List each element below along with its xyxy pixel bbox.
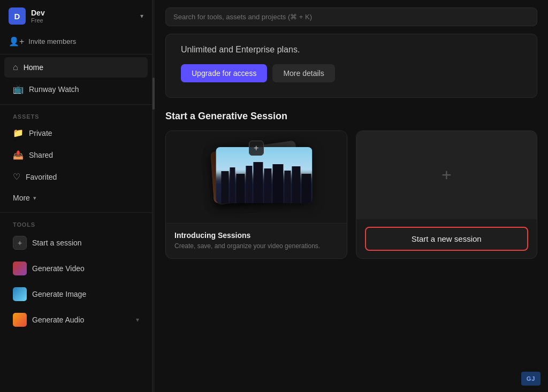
heart-icon: ♡ (13, 172, 20, 182)
upgrade-buttons-group: Upgrade for access More details (181, 64, 522, 82)
introducing-sessions-card[interactable]: + Introducing Sessions Create, save, and… (165, 130, 347, 259)
workspace-details: Dev Free (31, 9, 45, 24)
sessions-card-footer: Introducing Sessions Create, save, and o… (166, 223, 347, 258)
svg-rect-1 (230, 167, 235, 203)
sessions-preview: + (166, 131, 347, 223)
intro-sessions-title: Introducing Sessions (174, 231, 338, 240)
workspace-avatar: D (9, 7, 26, 25)
tv-icon: 📺 (13, 84, 24, 94)
svg-rect-5 (264, 168, 271, 203)
svg-rect-3 (246, 166, 252, 203)
new-session-preview: + (356, 131, 537, 219)
divider-2 (0, 104, 152, 105)
workspace-plan: Free (31, 17, 45, 24)
folder-icon: 📁 (13, 128, 24, 138)
generate-image-label: Generate Image (32, 290, 86, 298)
upgrade-banner: Unlimited and Enterprise plans. Upgrade … (165, 34, 537, 98)
svg-rect-2 (236, 174, 245, 203)
sidebar: D Dev Free ▾ 👤+ Invite members ⌂ Home 📺 … (0, 0, 153, 392)
sidebar-item-more[interactable]: More ▾ (4, 188, 148, 207)
divider-3 (0, 212, 152, 213)
share-icon: 📤 (13, 150, 24, 160)
sidebar-item-runway-watch[interactable]: 📺 Runway Watch (4, 79, 148, 99)
new-session-card[interactable]: + Start a new session (356, 130, 538, 259)
start-session-label: Start a session (32, 239, 82, 247)
plus-overlay-icon: + (249, 141, 264, 156)
divider-1 (0, 54, 152, 55)
invite-members-label: Invite members (28, 37, 76, 45)
collage-card-front (216, 147, 312, 203)
favorited-label: Favorited (26, 173, 57, 181)
svg-rect-6 (272, 164, 283, 203)
intro-sessions-desc: Create, save, and organize your video ge… (174, 242, 338, 251)
search-input[interactable] (165, 7, 537, 26)
new-session-cta: Start a new session (356, 219, 537, 258)
plus-icon: + (13, 236, 27, 250)
new-session-plus-icon: + (442, 165, 452, 185)
svg-rect-0 (221, 171, 229, 203)
more-chevron-icon: ▾ (33, 195, 36, 202)
private-label: Private (29, 129, 52, 137)
city-skyline-bg (216, 147, 312, 203)
audio-chevron-icon: ▾ (136, 316, 139, 324)
collage: + (166, 131, 347, 223)
search-bar-container (155, 0, 548, 34)
sidebar-item-shared[interactable]: 📤 Shared (4, 144, 148, 165)
generate-image-thumb (13, 287, 27, 301)
sidebar-item-start-session[interactable]: + Start a session (4, 230, 148, 255)
more-details-button[interactable]: More details (272, 64, 334, 82)
workspace-name: Dev (31, 9, 45, 17)
svg-rect-9 (301, 174, 311, 203)
sidebar-item-generate-audio[interactable]: Generate Audio ▾ (4, 308, 148, 332)
sessions-grid: + Introducing Sessions Create, save, and… (155, 130, 548, 270)
generate-audio-thumb (13, 313, 27, 327)
watermark: GJ (521, 372, 541, 386)
svg-rect-7 (284, 171, 291, 203)
buildings-svg (216, 147, 312, 203)
add-user-icon: 👤+ (9, 36, 24, 47)
tools-section-label: TOOLS (0, 215, 152, 230)
sidebar-scrollbar-track[interactable] (153, 0, 155, 392)
upgrade-banner-text: Unlimited and Enterprise plans. (181, 45, 522, 55)
chevron-down-icon: ▾ (140, 12, 143, 20)
svg-rect-8 (292, 166, 300, 203)
svg-rect-4 (253, 162, 263, 203)
shared-label: Shared (29, 151, 53, 159)
workspace-header[interactable]: D Dev Free ▾ (0, 0, 152, 32)
start-new-session-button[interactable]: Start a new session (365, 227, 529, 251)
generate-video-label: Generate Video (32, 264, 85, 273)
home-icon: ⌂ (13, 63, 18, 72)
home-label: Home (24, 63, 43, 72)
sidebar-item-home[interactable]: ⌂ Home (4, 57, 148, 78)
runway-watch-label: Runway Watch (29, 85, 79, 94)
main-content: Unlimited and Enterprise plans. Upgrade … (155, 0, 548, 392)
sidebar-item-generate-image[interactable]: Generate Image (4, 282, 148, 306)
more-label: More (13, 194, 30, 202)
sidebar-item-private[interactable]: 📁 Private (4, 122, 148, 143)
sessions-section-title: Start a Generative Session (155, 111, 548, 130)
sidebar-scrollbar-thumb (153, 78, 155, 110)
generate-video-thumb (13, 262, 27, 275)
assets-section-label: ASSETS (0, 107, 152, 122)
invite-members-button[interactable]: 👤+ Invite members (0, 32, 152, 54)
workspace-info-group: D Dev Free (9, 7, 45, 25)
sidebar-item-favorited[interactable]: ♡ Favorited (4, 166, 148, 187)
upgrade-for-access-button[interactable]: Upgrade for access (181, 64, 267, 82)
sidebar-item-generate-video[interactable]: Generate Video (4, 256, 148, 281)
generate-audio-label: Generate Audio (32, 316, 84, 324)
